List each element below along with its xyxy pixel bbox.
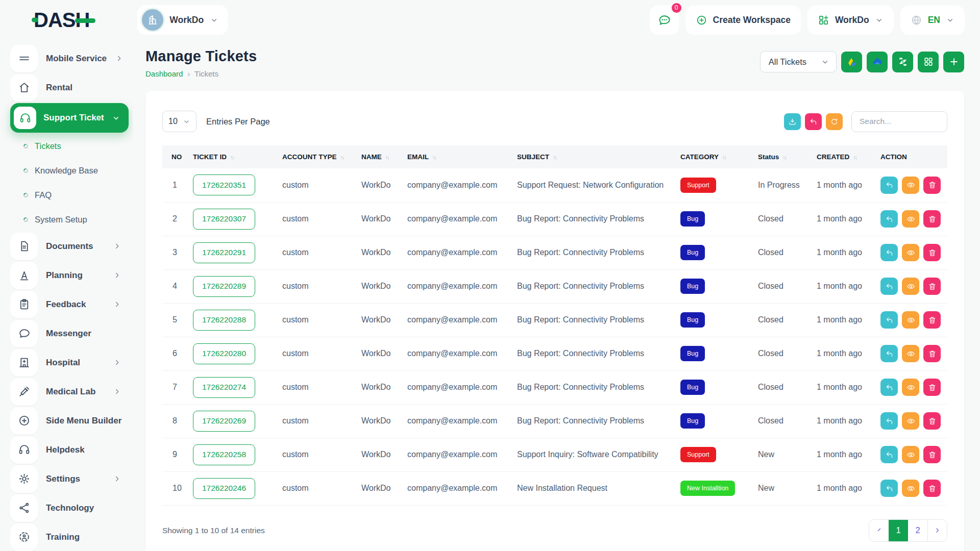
reply-button[interactable]: [880, 311, 898, 329]
google-drive-button[interactable]: [841, 52, 862, 72]
entries-per-page-select[interactable]: 10: [162, 111, 197, 132]
delete-button[interactable]: [923, 278, 941, 295]
reply-button[interactable]: [880, 379, 898, 396]
reply-button[interactable]: [880, 244, 898, 261]
reset-button[interactable]: [805, 113, 822, 130]
next-page-button[interactable]: [927, 520, 947, 541]
ticket-id-button[interactable]: 1726220269: [193, 411, 255, 432]
reply-button[interactable]: [880, 412, 898, 430]
onedrive-button[interactable]: [867, 52, 888, 72]
sidebar-item-messenger[interactable]: Messenger: [10, 319, 128, 348]
sidebar-item-support-ticket[interactable]: Support Ticket: [10, 103, 129, 133]
sidebar-item-technology[interactable]: Technology: [10, 493, 128, 522]
column-header-category[interactable]: CATEGORY↑↓: [675, 145, 753, 168]
ticket-filter-select[interactable]: All Tickets: [760, 51, 837, 72]
reply-button[interactable]: [880, 480, 898, 497]
cell-action: [875, 236, 947, 269]
page-2-button[interactable]: 2: [908, 520, 927, 541]
language-button[interactable]: EN: [900, 6, 965, 35]
cell-action: [875, 438, 947, 471]
sidebar-item-feedback[interactable]: Feedback: [10, 290, 128, 319]
sidebar-item-rental[interactable]: Rental: [10, 73, 128, 102]
trash-icon: [928, 450, 937, 459]
sidebar-item-side-menu-builder[interactable]: Side Menu Builder: [10, 406, 128, 435]
bullet-icon: [22, 192, 29, 198]
ticket-id-button[interactable]: 1726220246: [193, 478, 255, 499]
view-button[interactable]: [902, 446, 919, 463]
ticket-id-button[interactable]: 1726220274: [193, 377, 255, 398]
view-button[interactable]: [902, 480, 919, 497]
search-input[interactable]: [851, 111, 947, 132]
bullet-icon: [22, 216, 29, 223]
trash-icon: [928, 282, 937, 291]
ticket-id-button[interactable]: 1726220291: [193, 242, 255, 263]
delete-button[interactable]: [923, 311, 941, 329]
create-workspace-button[interactable]: Create Workspace: [685, 6, 801, 35]
reply-button[interactable]: [880, 345, 898, 362]
ticket-id-button[interactable]: 1726220288: [193, 310, 255, 331]
view-button[interactable]: [902, 177, 919, 194]
app-logo[interactable]: DASH: [34, 9, 95, 32]
eye-icon: [906, 484, 915, 493]
sidebar-item-medical-lab[interactable]: Medical Lab: [10, 377, 128, 406]
sidebar-subitem-knowledge-base[interactable]: Knowledge Base: [10, 158, 133, 183]
column-header-account-type[interactable]: ACCOUNT TYPE↑↓: [277, 145, 356, 168]
view-button[interactable]: [902, 210, 919, 228]
column-header-created[interactable]: CREATED↑↓: [812, 145, 875, 168]
view-button[interactable]: [902, 244, 919, 261]
refresh-button[interactable]: [826, 113, 843, 130]
delete-button[interactable]: [923, 480, 941, 497]
view-button[interactable]: [902, 345, 919, 362]
ticket-id-button[interactable]: 1726220307: [193, 209, 255, 230]
delete-button[interactable]: [923, 446, 941, 463]
ticket-id-button[interactable]: 1726220351: [193, 174, 255, 195]
sidebar-item-training[interactable]: Training: [10, 522, 128, 551]
column-header-email[interactable]: EMAIL↑↓: [402, 145, 512, 168]
prev-page-button[interactable]: [869, 520, 889, 541]
export-button[interactable]: [784, 113, 801, 130]
delete-button[interactable]: [923, 379, 941, 396]
reply-button[interactable]: [880, 446, 898, 463]
reply-button[interactable]: [880, 177, 898, 194]
sidebar-item-mobile-service[interactable]: Mobile Service: [10, 44, 128, 73]
ticket-id-button[interactable]: 1726220289: [193, 276, 255, 297]
zendesk-button[interactable]: [892, 52, 913, 72]
sidebar-subitem-system-setup[interactable]: System Setup: [10, 207, 133, 232]
page-1-button[interactable]: 1: [889, 520, 908, 541]
view-button[interactable]: [902, 278, 919, 295]
reply-button[interactable]: [880, 278, 898, 295]
column-header-status[interactable]: Status↑↓: [753, 145, 812, 168]
cell-name: WorkDo: [356, 236, 402, 269]
workspace-switcher[interactable]: WorkDo: [137, 5, 228, 35]
create-ticket-button[interactable]: [943, 52, 964, 72]
sidebar-subitem-faq[interactable]: FAQ: [10, 183, 133, 207]
column-header-ticket-id[interactable]: TICKET ID↑↓: [188, 145, 277, 168]
view-button[interactable]: [902, 412, 919, 430]
breadcrumb-dashboard-link[interactable]: Dashboard: [145, 69, 183, 78]
ticket-id-button[interactable]: 1726220258: [193, 444, 255, 465]
sidebar-item-helpdesk[interactable]: Helpdesk: [10, 435, 128, 464]
delete-button[interactable]: [923, 177, 941, 194]
messages-button[interactable]: 0: [650, 6, 679, 35]
showing-entries-text: Showing 1 to 10 of 14 entries: [162, 526, 265, 535]
sort-icon: ↑↓: [782, 154, 786, 160]
delete-button[interactable]: [923, 210, 941, 228]
column-header-subject[interactable]: SUBJECT↑↓: [512, 145, 675, 168]
view-button[interactable]: [902, 379, 919, 396]
sidebar-subitem-tickets[interactable]: Tickets: [10, 134, 133, 158]
sidebar-item-settings[interactable]: Settings: [10, 464, 128, 493]
grid-view-button[interactable]: [918, 52, 939, 72]
delete-button[interactable]: [923, 412, 941, 430]
delete-button[interactable]: [923, 244, 941, 261]
view-button[interactable]: [902, 311, 919, 329]
sidebar-item-documents[interactable]: Documents: [10, 232, 128, 261]
ticket-id-button[interactable]: 1726220280: [193, 343, 255, 364]
column-header-name[interactable]: NAME↑↓: [356, 145, 402, 168]
cell-created: 1 month ago: [812, 404, 875, 438]
sidebar-item-hospital[interactable]: Hospital: [10, 348, 128, 377]
delete-button[interactable]: [923, 345, 941, 362]
workspace-menu-button[interactable]: WorkDo: [807, 6, 894, 35]
sidebar-item-planning[interactable]: Planning: [10, 261, 128, 290]
reply-button[interactable]: [880, 210, 898, 228]
cell-account-type: custom: [277, 471, 356, 505]
